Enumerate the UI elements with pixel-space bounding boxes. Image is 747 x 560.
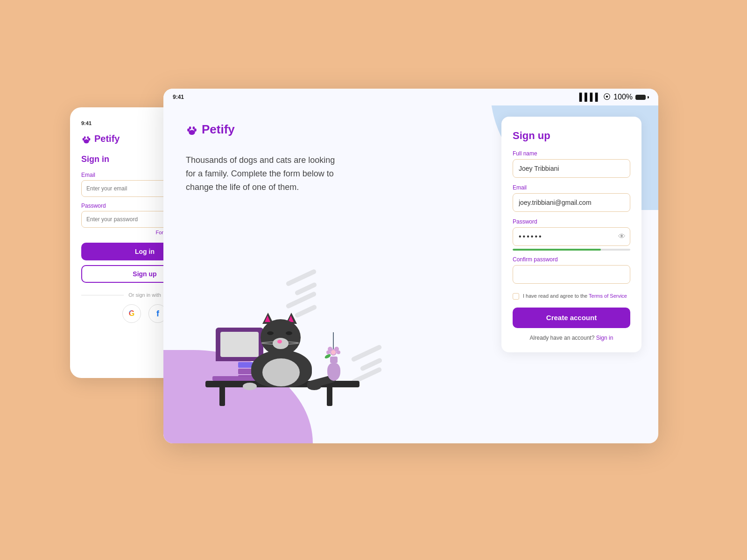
phone-or-text: Or sign in with — [128, 292, 161, 298]
password-strength-fill — [513, 249, 601, 251]
svg-point-9 — [193, 126, 195, 129]
svg-point-5 — [189, 130, 195, 134]
facebook-icon: f — [156, 309, 159, 319]
phone-time: 9:41 — [81, 120, 92, 126]
battery-box — [635, 95, 649, 100]
signup-title: Sign up — [513, 130, 630, 142]
create-account-button[interactable]: Create account — [513, 308, 630, 328]
svg-point-0 — [84, 139, 89, 143]
password-strength-bar — [513, 249, 630, 251]
tablet-tagline: Thousands of dogs and cats are looking f… — [186, 154, 345, 194]
wifi-icon: ⦿ — [603, 93, 611, 101]
tablet-status-bar: 9:41 ▌▌▌▌ ⦿ 100% — [163, 89, 658, 105]
battery-level: 100% — [613, 93, 633, 101]
password-wrap: 👁 — [513, 227, 630, 246]
desk-leg-right — [327, 385, 332, 406]
paw-icon — [81, 134, 92, 144]
tablet-logo-text: Petify — [202, 122, 235, 137]
laptop-screen-inner — [220, 332, 259, 357]
svg-point-8 — [189, 126, 191, 129]
password-input[interactable] — [513, 227, 630, 246]
terms-text: I have read and agree to the Terms of Se… — [523, 292, 627, 300]
svg-point-3 — [84, 136, 86, 139]
cat-illustration — [191, 275, 378, 415]
cat-chest — [262, 358, 300, 386]
cat-ear-inner-left — [265, 315, 270, 322]
confirm-password-input[interactable] — [513, 265, 630, 284]
tablet-paw-icon — [186, 124, 198, 136]
desk-leg-left — [219, 385, 225, 406]
terms-checkbox[interactable] — [513, 293, 519, 300]
password-eye-button[interactable]: 👁 — [618, 232, 626, 241]
diag-lines-group2 — [350, 351, 383, 378]
battery-rect — [635, 95, 646, 100]
already-account-row: Already have an account? Sign in — [513, 335, 630, 341]
diag-lines-group — [285, 275, 317, 314]
tablet-time: 9:41 — [173, 94, 184, 100]
tablet-card: 9:41 ▌▌▌▌ ⦿ 100% — [163, 89, 658, 443]
terms-row: I have read and agree to the Terms of Se… — [513, 292, 630, 300]
vase-body — [327, 363, 340, 381]
email-label: Email — [513, 184, 630, 191]
flower-head — [326, 349, 340, 357]
phone-google-button[interactable]: G — [122, 304, 141, 323]
phone-logo-text: Petify — [94, 133, 120, 144]
google-icon: G — [129, 309, 134, 318]
phone-divider-line-left — [81, 295, 124, 295]
signup-panel: Sign up Full name Email Password 👁 Confi… — [501, 117, 641, 352]
battery-tip — [648, 96, 649, 98]
cat-paw-left — [243, 383, 257, 390]
password-label: Password — [513, 218, 630, 225]
vase-group — [327, 332, 340, 381]
status-icons: ▌▌▌▌ ⦿ 100% — [579, 93, 649, 101]
terms-of-service-link[interactable]: Terms of Service — [589, 293, 627, 299]
sign-in-link[interactable]: Sign in — [596, 335, 613, 341]
vase-neck — [330, 357, 338, 363]
flower-stem — [333, 332, 334, 349]
full-name-input[interactable] — [513, 159, 630, 178]
laptop-screen — [216, 328, 263, 361]
email-input[interactable] — [513, 193, 630, 212]
svg-point-4 — [87, 136, 89, 139]
tablet-logo: Petify — [186, 122, 402, 137]
signal-icon: ▌▌▌▌ — [579, 93, 600, 101]
confirm-password-label: Confirm password — [513, 256, 630, 263]
full-name-label: Full name — [513, 150, 630, 157]
